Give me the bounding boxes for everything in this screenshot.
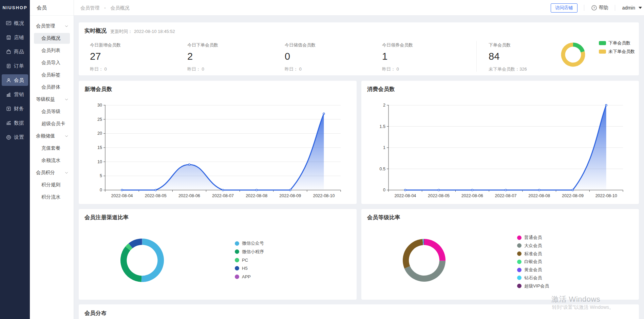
app-nav-label: 概况 [14,20,24,26]
new-members-line-chart[interactable]: 0510152025302022-08-042022-08-052022-08-… [79,81,357,204]
legend-item-标准会员[interactable]: 标准会员 [517,251,549,257]
data-point-marker [505,189,507,191]
legend-item-普通会员[interactable]: 普通会员 [517,235,549,240]
donut-slice-标准会员 [403,239,423,268]
user-menu[interactable]: admin [622,5,642,11]
legend-item-黄金会员[interactable]: 黄金会员 [517,267,549,273]
submenu-item-会员概况[interactable]: 会员概况 [30,32,74,44]
app-nav-label: 店铺 [14,34,24,41]
app-nav-label: 营销 [14,91,24,98]
help-label: 帮助 [599,5,608,11]
data-point-marker [155,189,156,191]
order-donut-chart[interactable] [79,22,639,75]
legend-swatch [517,251,522,256]
app-nav-label: 商品 [14,49,24,55]
breadcrumb-parent[interactable]: 会员管理 [80,5,99,11]
x-tick-label: 2022-08-04 [394,193,416,198]
submenu-group-余额储值[interactable]: 余额储值 [30,130,74,142]
submenu-item-积分流水[interactable]: 积分流水 [30,191,74,203]
submenu-item-会员等级[interactable]: 会员等级 [30,106,74,118]
y-tick-label: 15 [97,145,102,150]
data-point-marker [222,189,224,191]
y-tick-label: 0 [100,188,102,192]
donut-slice-大众会员 [404,261,446,282]
legend-item-超级VIP会员[interactable]: 超级VIP会员 [517,283,549,289]
data-icon [6,120,12,126]
legend-item-H5[interactable]: H5 [235,266,264,271]
legend-label: 微信公众号 [242,240,264,246]
x-tick-label: 2022-08-09 [279,193,301,198]
x-tick-label: 2022-08-06 [178,193,200,198]
submenu-group-等级权益[interactable]: 等级权益 [30,93,74,106]
legend-label: 白银会员 [524,259,542,265]
legend-swatch [235,258,239,262]
member-level-card: 会员等级比率 普通会员大众会员标准会员白银会员黄金会员钻石会员超级VIP会员 [361,209,639,300]
consume-members-card: 消费会员数 00.511.522022-08-042022-08-052022-… [361,81,639,204]
submenu-item-会员标签[interactable]: 会员标签 [30,69,74,81]
help-button[interactable]: ? 帮助 [591,5,608,11]
app-nav-item-data[interactable]: 数据 [0,116,30,130]
app-nav-item-marketing[interactable]: 营销 [0,87,30,101]
x-tick-label: 2022-08-10 [595,193,617,198]
legend-label: APP [242,274,251,279]
legend-label: 标准会员 [524,251,542,257]
legend-item-大众会员[interactable]: 大众会员 [517,243,549,248]
donut-slice-普通会员 [424,239,446,261]
consume-members-line-chart[interactable]: 00.511.522022-08-042022-08-052022-08-062… [361,81,639,204]
submenu-item-会员导入[interactable]: 会员导入 [30,57,74,69]
app-nav-item-member[interactable]: 会员 [0,73,30,87]
legend-swatch [235,249,239,254]
submenu-item-积分规则[interactable]: 积分规则 [30,179,74,191]
member-icon [6,77,12,83]
member-level-donut-chart[interactable] [361,209,639,300]
legend-item-下单会员数[interactable]: 下单会员数 [599,41,635,45]
x-tick-label: 2022-08-09 [562,193,584,198]
y-tick-label: 1.5 [380,124,385,129]
app-nav: 概况店铺商品订单会员营销财务数据设置 [0,16,30,144]
app-nav-item-shop[interactable]: 店铺 [0,30,30,44]
x-tick-label: 2022-08-10 [313,193,335,198]
x-tick-label: 2022-08-08 [528,193,550,198]
legend-item-APP[interactable]: APP [235,274,264,279]
submenu-item-会员列表[interactable]: 会员列表 [30,44,74,57]
legend-swatch [599,50,606,54]
submenu-group-会员管理[interactable]: 会员管理 [30,20,74,32]
submenu-group-会员积分[interactable]: 会员积分 [30,167,74,179]
register-channel-legend: 微信公众号微信小程序PCH5APP [235,241,264,282]
register-channel-donut-chart[interactable] [79,209,357,300]
data-point-marker [289,189,291,191]
chevron-down-icon [64,24,69,28]
x-tick-label: 2022-08-08 [246,193,267,198]
legend-item-PC[interactable]: PC [235,257,264,263]
legend-item-钻石会员[interactable]: 钻石会员 [517,275,549,281]
submenu-item-会员群体[interactable]: 会员群体 [30,81,74,93]
legend-swatch [235,275,239,279]
app-nav-item-goods[interactable]: 商品 [0,44,30,59]
legend-item-微信小程序[interactable]: 微信小程序 [235,249,264,255]
shop-icon [6,35,12,40]
legend-label: PC [242,258,248,263]
data-point-marker [121,189,123,191]
breadcrumb-current[interactable]: 会员概况 [110,5,129,11]
x-tick-label: 2022-08-06 [461,193,483,198]
topbar-divider [584,5,584,11]
legend-item-白银会员[interactable]: 白银会员 [517,259,549,264]
app-nav-item-settings[interactable]: 设置 [0,130,30,144]
app-nav-item-order[interactable]: 订单 [0,59,30,73]
app-nav-item-overview[interactable]: 概况 [0,16,30,30]
data-point-marker [538,189,540,191]
caret-down-icon [639,7,642,9]
visit-shop-button[interactable]: 访问店铺 [551,3,577,13]
topbar: 会员管理 - 会员概况 访问店铺 ? 帮助 admin [74,0,644,16]
legend-swatch [235,266,239,270]
y-tick-label: 25 [97,117,102,122]
donut-slice-微信公众号 [141,239,164,282]
app-nav-item-finance[interactable]: 财务 [0,101,30,116]
legend-item-微信公众号[interactable]: 微信公众号 [235,241,264,246]
legend-item-未下单会员数[interactable]: 未下单会员数 [599,49,635,54]
question-circle-icon: ? [591,5,597,11]
series-area [122,114,324,190]
submenu-item-超级会员卡[interactable]: 超级会员卡 [30,118,74,130]
submenu-item-充值套餐[interactable]: 充值套餐 [30,142,74,154]
submenu-item-余额流水[interactable]: 余额流水 [30,154,74,167]
